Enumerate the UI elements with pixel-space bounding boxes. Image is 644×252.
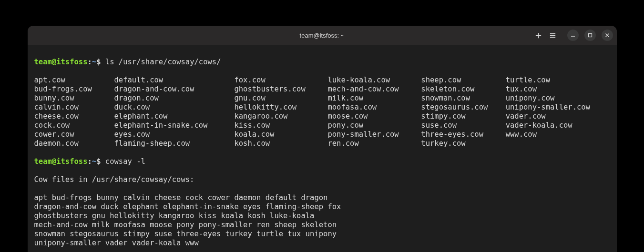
ls-row: bud-frogs.cow dragon-and-cow.cow ghostbu… xyxy=(34,85,610,94)
prompt-path: ~ xyxy=(92,157,96,166)
cowsay-header: Cow files in /usr/share/cowsay/cows: xyxy=(34,175,610,184)
prompt-symbol: $ xyxy=(96,58,101,66)
ls-row: daemon.cow flaming-sheep.cow kosh.cow re… xyxy=(34,139,610,148)
titlebar-controls xyxy=(535,30,613,41)
cowsay-line: mech-and-cow milk moofasa moose pony pon… xyxy=(34,221,610,230)
prompt-colon: : xyxy=(87,58,92,66)
cowsay-line: dragon-and-cow duck elephant elephant-in… xyxy=(34,202,610,212)
minimize-button[interactable] xyxy=(567,30,579,41)
terminal-body[interactable]: team@itsfoss:~$ ls /usr/share/cowsay/cow… xyxy=(28,45,617,252)
prompt-user: team@itsfoss xyxy=(34,157,88,166)
prompt-line-2: team@itsfoss:~$ cowsay -l xyxy=(34,157,610,166)
command-1: ls /usr/share/cowsay/cows/ xyxy=(101,58,221,66)
cowsay-line: ghostbusters gnu hellokitty kangaroo kis… xyxy=(34,212,610,221)
cowsay-output: apt bud-frogs bunny calvin cheese cock c… xyxy=(34,193,610,248)
window-title: team@itsfoss: ~ xyxy=(300,32,345,39)
prompt-path: ~ xyxy=(92,58,96,66)
prompt-line-1: team@itsfoss:~$ ls /usr/share/cowsay/cow… xyxy=(34,58,610,67)
ls-output: apt.cow default.cow fox.cow luke-koala.c… xyxy=(34,76,610,148)
titlebar: team@itsfoss: ~ xyxy=(28,26,617,45)
prompt-user: team@itsfoss xyxy=(34,58,88,66)
ls-row: calvin.cow duck.cow hellokitty.cow moofa… xyxy=(34,103,610,112)
ls-row: cock.cow elephant-in-snake.cow kiss.cow … xyxy=(34,121,610,130)
command-2: cowsay -l xyxy=(101,157,145,166)
ls-row: cower.cow eyes.cow koala.cow pony-smalle… xyxy=(34,130,610,139)
menu-button[interactable] xyxy=(549,31,557,39)
new-tab-button[interactable] xyxy=(535,31,542,39)
ls-row: cheese.cow elephant.cow kangaroo.cow moo… xyxy=(34,112,610,121)
close-button[interactable] xyxy=(602,30,613,41)
cowsay-line: snowman stegosaurus stimpy suse three-ey… xyxy=(34,230,610,239)
ls-row: apt.cow default.cow fox.cow luke-koala.c… xyxy=(34,76,610,85)
cowsay-line: unipony-smaller vader vader-koala www xyxy=(34,239,610,248)
svg-rect-0 xyxy=(588,34,592,37)
prompt-symbol: $ xyxy=(96,157,101,166)
ls-row: bunny.cow dragon.cow gnu.cow milk.cow sn… xyxy=(34,94,610,103)
cowsay-line: apt bud-frogs bunny calvin cheese cock c… xyxy=(34,193,610,202)
prompt-colon: : xyxy=(87,157,92,166)
maximize-button[interactable] xyxy=(584,30,596,41)
terminal-window: team@itsfoss: ~ team@itsfoss:~$ ls / xyxy=(28,26,617,252)
